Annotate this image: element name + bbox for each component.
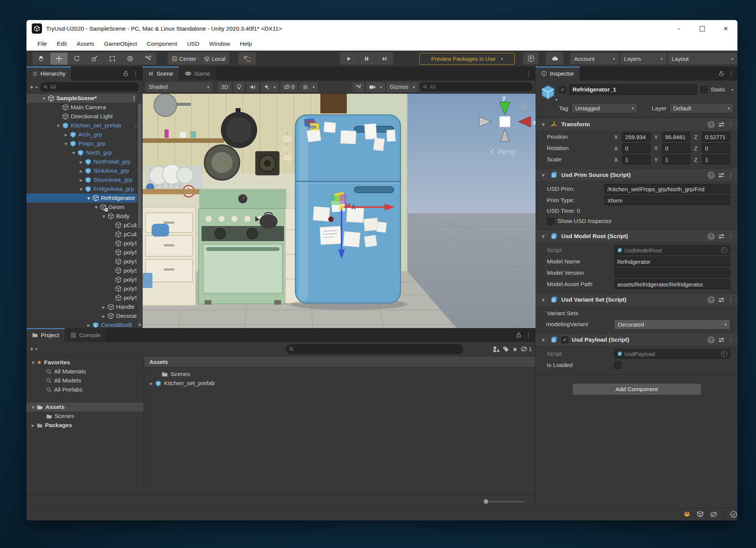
asset-item[interactable]: Scenes <box>144 370 535 379</box>
rotation-z-field[interactable]: 0 <box>702 143 730 153</box>
lock-icon[interactable] <box>719 71 724 76</box>
kebab-menu-icon[interactable]: ⋮ <box>728 121 734 128</box>
hierarchy-item[interactable]: polySurface <box>26 239 142 248</box>
thumbnail-zoom-slider[interactable] <box>484 499 525 504</box>
pivot-local-button[interactable]: Local <box>200 53 229 65</box>
chevron-down-icon[interactable]: ▾ <box>36 347 37 351</box>
hierarchy-item[interactable]: Directional Light <box>26 112 142 121</box>
expand-arrow[interactable]: ▼ <box>540 234 547 238</box>
scenes-folder-row[interactable]: Scenes <box>26 412 144 421</box>
tab-inspector[interactable]: Inspector <box>536 67 580 80</box>
expand-arrow[interactable]: ▼ <box>540 298 547 302</box>
hierarchy-item[interactable]: ▶ SinkArea_grp <box>26 166 142 175</box>
presets-icon[interactable] <box>718 337 725 343</box>
kebab-menu-icon[interactable]: ⋮ <box>728 172 734 178</box>
scene-search[interactable] <box>420 82 532 91</box>
minimize-button[interactable]: – <box>667 20 691 37</box>
search-by-label-button[interactable] <box>503 346 509 353</box>
audio-toggle[interactable] <box>247 82 259 92</box>
grid-visibility-dropdown[interactable]: ▾ <box>300 82 318 92</box>
expand-arrow[interactable]: ▶ <box>78 178 85 182</box>
help-icon[interactable]: ? <box>708 233 715 240</box>
kebab-menu-icon[interactable]: ⋮ <box>526 70 532 77</box>
is-loaded-checkbox[interactable] <box>614 362 621 369</box>
hierarchy-item[interactable]: ▼ Props_grp <box>26 139 142 148</box>
expand-arrow[interactable]: ▶ <box>78 160 85 164</box>
gizmo-cube[interactable] <box>500 116 510 127</box>
hierarchy-item[interactable]: ▶ StoveArea_grp <box>26 175 142 184</box>
cloud-button[interactable] <box>546 53 564 65</box>
favorites-item[interactable]: All Prefabs <box>26 385 144 394</box>
expand-arrow[interactable]: ▼ <box>29 361 37 365</box>
layer-dropdown[interactable]: Default ▾ <box>669 103 733 113</box>
rotate-tool-button[interactable] <box>68 53 86 65</box>
expand-arrow[interactable]: ▶ <box>62 133 70 137</box>
expand-arrow[interactable]: ▶ <box>29 423 37 427</box>
expand-arrow[interactable]: ▼ <box>540 338 547 342</box>
play-button[interactable] <box>340 53 358 65</box>
hierarchy-search-input[interactable] <box>50 84 135 90</box>
hierarchy-item[interactable]: ▼ + Geom <box>26 203 142 212</box>
kebab-menu-icon[interactable]: ⋮ <box>728 233 734 240</box>
expand-arrow[interactable]: ▶ <box>85 323 92 327</box>
gameobject-name-field[interactable]: Refridgerator_1 <box>569 84 697 95</box>
help-icon[interactable]: ? <box>708 172 715 179</box>
layers-dropdown[interactable]: Layers ▾ <box>620 53 666 64</box>
hidden-packages-toggle[interactable]: 1 <box>520 346 532 352</box>
assets-folder-row[interactable]: ▼ Assets <box>26 402 144 412</box>
scene-viewport[interactable]: PAIJS 2016 M A <box>143 94 536 328</box>
maximize-button[interactable] <box>691 20 714 37</box>
expand-arrow[interactable]: ▼ <box>55 124 62 128</box>
kebab-menu-icon[interactable]: ⋮ <box>526 332 531 339</box>
show-usd-inspector-checkbox[interactable] <box>547 218 554 225</box>
expand-arrow[interactable]: ▶ <box>100 314 107 318</box>
rotation-x-field[interactable]: 0 <box>622 143 650 153</box>
effects-dropdown[interactable]: ▾ <box>261 82 279 92</box>
create-button[interactable]: + <box>30 346 34 352</box>
hierarchy-item[interactable]: Main Camera <box>26 103 142 112</box>
model-name-field[interactable]: Refridgerator <box>614 257 730 266</box>
expand-arrow[interactable]: ▶ <box>100 305 107 309</box>
expand-arrow[interactable]: ▶ <box>148 381 155 385</box>
project-search[interactable] <box>286 344 463 354</box>
hidden-objects-toggle[interactable]: 0 <box>281 82 298 92</box>
visibility-status-icon[interactable] <box>710 511 717 517</box>
chevron-down-icon[interactable]: ▾ <box>36 85 37 89</box>
hierarchy-item[interactable]: ▼ Body <box>26 212 142 221</box>
hierarchy-item[interactable]: pCube <box>26 230 142 239</box>
kebab-menu-icon[interactable]: ⋮ <box>728 70 734 77</box>
chevron-down-icon[interactable]: ▾ <box>556 98 557 102</box>
slider-knob[interactable] <box>484 499 488 504</box>
rect-tool-button[interactable] <box>104 53 121 65</box>
shading-mode-dropdown[interactable]: Shaded ▾ <box>146 82 212 92</box>
preview-packages-button[interactable]: Preview Packages in Use ▾ <box>419 53 515 65</box>
lock-icon[interactable] <box>516 332 521 338</box>
lighting-status-icon[interactable] <box>683 511 691 518</box>
hierarchy-item[interactable]: polySurface <box>26 257 142 266</box>
scene-search-input[interactable] <box>430 84 529 90</box>
help-icon[interactable]: ? <box>708 336 715 344</box>
lighting-toggle[interactable] <box>233 82 245 92</box>
asset-item[interactable]: ▶ Kitchen_set_prefab <box>144 379 535 388</box>
expand-arrow[interactable]: ▼ <box>85 196 92 200</box>
expand-arrow[interactable]: ▼ <box>540 122 547 127</box>
presets-icon[interactable] <box>718 122 725 127</box>
expand-arrow[interactable]: ▼ <box>29 405 37 409</box>
component-enabled-checkbox[interactable]: ✓ <box>561 336 568 344</box>
favorites-filter-icon[interactable]: ★ <box>512 345 518 353</box>
gizmos-dropdown[interactable]: Gizmos ▾ <box>387 82 418 92</box>
help-icon[interactable]: ? <box>708 296 715 303</box>
step-button[interactable] <box>376 53 393 65</box>
slider-track[interactable] <box>488 501 525 502</box>
hierarchy-item[interactable]: ▼ North_grp <box>26 148 142 157</box>
transform-header[interactable]: ▼ Transform ? ⋮ <box>536 118 737 131</box>
favorites-root[interactable]: ▼ ★ Favorites <box>26 358 144 367</box>
hierarchy-item[interactable]: ▶ Decorations <box>26 311 142 320</box>
hierarchy-item[interactable]: pCube <box>26 221 142 230</box>
scene-root-row[interactable]: ▼ SampleScene* ⋮ <box>26 94 142 103</box>
menu-edit[interactable]: Edit <box>52 40 72 47</box>
messages-status-icon[interactable] <box>697 511 704 517</box>
chevron-down-icon[interactable]: ▾ <box>731 88 733 92</box>
usd-prim-source-header[interactable]: ▼ Usd Prim Source (Script) ? ⋮ <box>536 168 737 182</box>
lock-icon[interactable] <box>123 71 128 76</box>
